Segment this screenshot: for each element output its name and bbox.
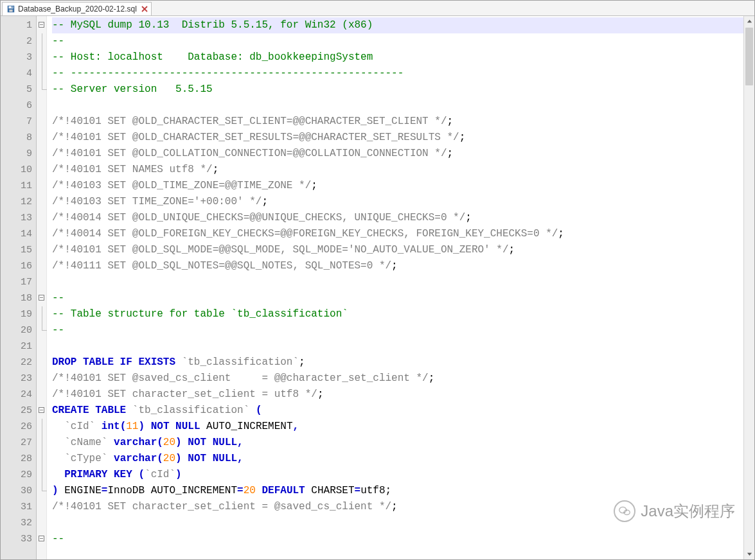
line-number: 25 (1, 403, 32, 419)
code-line[interactable]: /*!40101 SET @OLD_COLLATION_CONNECTION=@… (52, 146, 754, 162)
scroll-down-button[interactable] (744, 548, 754, 559)
line-number: 19 (1, 306, 32, 322)
line-number: 29 (1, 467, 32, 483)
line-number: 22 (1, 354, 32, 371)
line-number: 18 (1, 290, 32, 306)
code-area[interactable]: -- MySQL dump 10.13 Distrib 5.5.15, for … (47, 16, 754, 559)
line-number: 6 (1, 98, 32, 114)
file-tab[interactable]: Database_Backup_2020-02-12.sql (2, 2, 152, 15)
vertical-scrollbar[interactable] (743, 16, 754, 559)
code-line[interactable]: DROP TABLE IF EXISTS `tb_classification`… (52, 354, 754, 371)
line-number: 26 (1, 419, 32, 435)
scroll-up-button[interactable] (744, 16, 754, 27)
line-number: 33 (1, 531, 32, 547)
line-number: 2 (1, 33, 32, 49)
tab-bar: Database_Backup_2020-02-12.sql (1, 1, 754, 16)
editor-window: Database_Backup_2020-02-12.sql 123456789… (0, 0, 755, 560)
code-line[interactable]: /*!40101 SET @saved_cs_client = @@charac… (52, 371, 754, 387)
line-number-gutter: 1234567891011121314151617181920212223242… (1, 16, 37, 559)
code-line[interactable] (52, 515, 754, 531)
save-icon (6, 4, 15, 13)
code-line[interactable]: -- MySQL dump 10.13 Distrib 5.5.15, for … (52, 17, 754, 33)
fold-toggle[interactable] (37, 403, 46, 419)
line-number: 27 (1, 435, 32, 451)
code-line[interactable]: ) ENGINE=InnoDB AUTO_INCREMENT=20 DEFAUL… (52, 483, 754, 499)
code-line[interactable]: /*!40101 SET @OLD_CHARACTER_SET_CLIENT=@… (52, 114, 754, 130)
line-number: 28 (1, 451, 32, 467)
code-line[interactable]: -- Server version 5.5.15 (52, 82, 754, 98)
code-line[interactable]: PRIMARY KEY (`cId`) (52, 467, 754, 483)
code-line[interactable]: -- (52, 322, 754, 338)
line-number: 9 (1, 146, 32, 162)
line-number: 21 (1, 338, 32, 354)
code-line[interactable]: -- Table structure for table `tb_classif… (52, 306, 754, 322)
code-line[interactable]: `cId` int(11) NOT NULL AUTO_INCREMENT, (52, 419, 754, 435)
code-line[interactable]: /*!40103 SET @OLD_TIME_ZONE=@@TIME_ZONE … (52, 178, 754, 194)
code-line[interactable]: /*!40101 SET NAMES utf8 */; (52, 162, 754, 178)
code-line[interactable]: /*!40101 SET @OLD_CHARACTER_SET_RESULTS=… (52, 130, 754, 146)
code-line[interactable]: /*!40111 SET @OLD_SQL_NOTES=@@SQL_NOTES,… (52, 258, 754, 274)
line-number: 8 (1, 130, 32, 146)
line-number: 24 (1, 387, 32, 403)
code-line[interactable] (52, 274, 754, 290)
code-line[interactable]: /*!40103 SET TIME_ZONE='+00:00' */; (52, 194, 754, 210)
tab-filename: Database_Backup_2020-02-12.sql (18, 4, 137, 13)
svg-rect-2 (9, 10, 12, 12)
line-number: 32 (1, 515, 32, 531)
code-line[interactable]: -- (52, 33, 754, 49)
tab-close-button[interactable] (141, 5, 148, 13)
line-number: 15 (1, 242, 32, 258)
scroll-thumb[interactable] (745, 28, 753, 85)
line-number: 23 (1, 371, 32, 387)
line-number: 14 (1, 226, 32, 242)
fold-toggle[interactable] (37, 290, 46, 306)
line-number: 10 (1, 162, 32, 178)
fold-toggle[interactable] (37, 17, 46, 33)
line-number: 17 (1, 274, 32, 290)
fold-toggle[interactable] (37, 531, 46, 547)
code-line[interactable]: -- (52, 531, 754, 547)
code-line[interactable]: CREATE TABLE `tb_classification` ( (52, 403, 754, 419)
code-line[interactable]: /*!40101 SET @OLD_SQL_MODE=@@SQL_MODE, S… (52, 242, 754, 258)
line-number: 7 (1, 114, 32, 130)
line-number: 3 (1, 49, 32, 66)
code-line[interactable]: -- Host: localhost Database: db_bookkeep… (52, 49, 754, 66)
code-line[interactable]: -- (52, 290, 754, 306)
line-number: 30 (1, 483, 32, 499)
line-number: 31 (1, 499, 32, 515)
line-number: 13 (1, 210, 32, 226)
line-number: 1 (1, 17, 32, 33)
code-line[interactable]: /*!40014 SET @OLD_UNIQUE_CHECKS=@@UNIQUE… (52, 210, 754, 226)
line-number: 20 (1, 322, 32, 338)
code-editor[interactable]: 1234567891011121314151617181920212223242… (1, 16, 754, 559)
line-number: 11 (1, 178, 32, 194)
code-line[interactable]: -- -------------------------------------… (52, 66, 754, 82)
code-line[interactable]: `cType` varchar(20) NOT NULL, (52, 451, 754, 467)
line-number: 4 (1, 66, 32, 82)
line-number: 16 (1, 258, 32, 274)
code-line[interactable]: /*!40101 SET character_set_client = @sav… (52, 499, 754, 515)
line-number: 12 (1, 194, 32, 210)
line-number: 5 (1, 82, 32, 98)
code-line[interactable] (52, 338, 754, 354)
fold-column[interactable] (37, 16, 47, 559)
code-line[interactable]: /*!40101 SET character_set_client = utf8… (52, 387, 754, 403)
code-line[interactable]: `cName` varchar(20) NOT NULL, (52, 435, 754, 451)
code-line[interactable] (52, 98, 754, 114)
svg-rect-3 (12, 6, 13, 8)
code-line[interactable]: /*!40014 SET @OLD_FOREIGN_KEY_CHECKS=@@F… (52, 226, 754, 242)
